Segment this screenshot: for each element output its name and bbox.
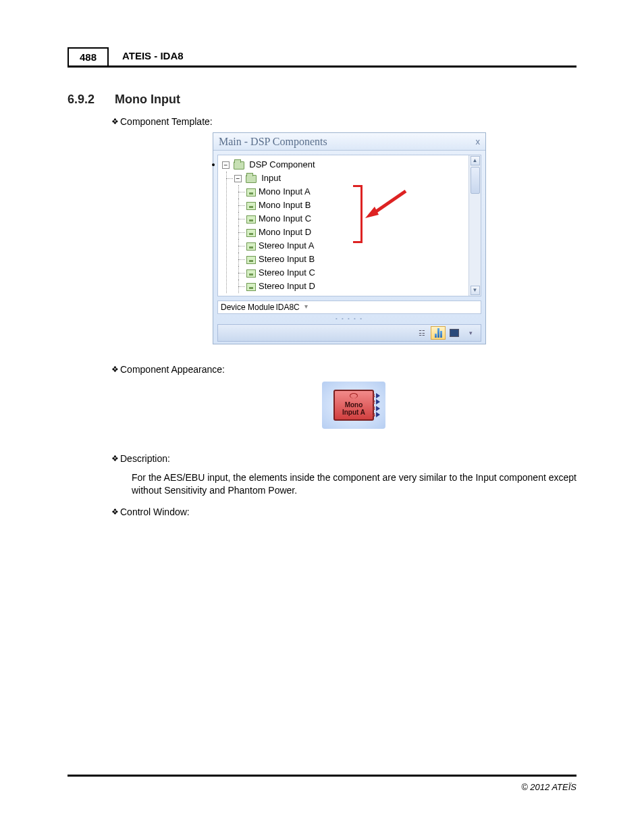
tree-root[interactable]: − DSP Component − Input Mono Input A Mon… bbox=[222, 158, 479, 293]
component-icon bbox=[246, 215, 256, 224]
tree-leaf[interactable]: Mono Input A bbox=[246, 185, 479, 199]
bullet-control-window: ❖Control Window: bbox=[111, 506, 190, 517]
tree-leaf-label: Mono Input C bbox=[259, 213, 311, 224]
page-number: 488 bbox=[68, 47, 109, 68]
component-label: Mono Input A bbox=[342, 401, 365, 416]
folder-icon bbox=[246, 175, 257, 183]
tree-leaf[interactable]: Stereo Input C bbox=[246, 266, 479, 280]
component-icon bbox=[246, 242, 256, 251]
tree-leaf-label: Mono Input B bbox=[259, 200, 311, 210]
pin-arrow-icon bbox=[376, 399, 380, 405]
bullet-appearance: ❖Component Appearance: bbox=[111, 364, 225, 375]
component-icon bbox=[246, 188, 256, 197]
tree-leaf-label: Stereo Input B bbox=[259, 254, 315, 264]
component-line2: Input A bbox=[342, 409, 365, 416]
scroll-up-icon[interactable]: ▲ bbox=[471, 156, 480, 165]
bullet-description: ❖Description: bbox=[111, 453, 170, 464]
tree-leaf-label: Mono Input A bbox=[259, 186, 311, 197]
component-icon bbox=[246, 229, 256, 237]
diamond-icon: ❖ bbox=[111, 454, 119, 463]
bullet-template-label: Component Template: bbox=[120, 116, 213, 127]
resize-grip-icon[interactable]: • • • • • bbox=[213, 315, 485, 321]
diamond-icon: ❖ bbox=[111, 507, 119, 517]
pin-arrow-icon bbox=[376, 412, 380, 417]
pin[interactable]: 4 bbox=[373, 412, 382, 417]
pin[interactable]: 2 bbox=[373, 399, 382, 405]
tree-leaf-label: Stereo Input C bbox=[259, 267, 315, 278]
folder-icon bbox=[234, 161, 244, 170]
footer-rule bbox=[68, 775, 576, 777]
expander-icon[interactable]: − bbox=[234, 175, 242, 182]
pin-label: 2 bbox=[373, 400, 375, 405]
panel-title: Main - DSP Components bbox=[219, 136, 327, 148]
component-view-icon[interactable] bbox=[447, 326, 462, 340]
scrollbar[interactable]: ▲ ▼ bbox=[468, 155, 481, 296]
dropdown-icon[interactable]: ▾ bbox=[463, 326, 478, 340]
pin-arrow-icon bbox=[376, 393, 380, 398]
component-icon bbox=[246, 202, 256, 210]
diamond-icon: ❖ bbox=[111, 365, 119, 374]
diamond-icon: ❖ bbox=[111, 117, 119, 126]
component-icon bbox=[246, 269, 256, 278]
component-logo-icon bbox=[350, 393, 358, 398]
component-icon bbox=[246, 283, 256, 291]
bullet-control-window-label: Control Window: bbox=[120, 506, 190, 517]
tree-leaf[interactable]: Stereo Input D bbox=[246, 280, 479, 293]
tree-leaf-label: Stereo Input D bbox=[259, 281, 315, 291]
highlight-bracket bbox=[353, 185, 363, 243]
output-pins: 1 2 3 4 bbox=[373, 392, 382, 418]
section-title: Mono Input bbox=[115, 93, 180, 106]
tree-view-icon[interactable]: ☷ bbox=[414, 326, 429, 340]
tree-branch-label: Input bbox=[261, 173, 281, 183]
component-line1: Mono bbox=[345, 401, 363, 409]
pin[interactable]: 3 bbox=[373, 406, 382, 411]
device-row: Device Module IDA8C bbox=[217, 301, 481, 314]
copyright: © 2012 ATEÏS bbox=[521, 782, 576, 792]
tree-leaf[interactable]: Mono Input B bbox=[246, 199, 479, 212]
doc-title: ATEIS - IDA8 bbox=[109, 47, 576, 68]
bullet-template: ❖Component Template: bbox=[111, 116, 213, 127]
tree-leaf[interactable]: Stereo Input B bbox=[246, 253, 479, 266]
expander-icon[interactable]: − bbox=[222, 161, 230, 169]
svg-marker-1 bbox=[365, 207, 379, 218]
bullet-description-label: Description: bbox=[120, 453, 170, 464]
panel-titlebar: Main - DSP Components x bbox=[213, 133, 485, 151]
arrow-icon bbox=[365, 188, 412, 221]
pin-label: 1 bbox=[373, 393, 375, 398]
component-tree[interactable]: − DSP Component − Input Mono Input A Mon… bbox=[219, 158, 479, 293]
tree-leaf[interactable]: Mono Input C bbox=[246, 212, 479, 226]
bullet-appearance-label: Component Appearance: bbox=[120, 364, 225, 375]
page-header: 488 ATEIS - IDA8 bbox=[68, 47, 576, 68]
description-body: For the AES/EBU input, the elements insi… bbox=[132, 471, 576, 497]
dsp-components-panel: Main - DSP Components x − DSP Component … bbox=[213, 132, 486, 344]
device-module-select[interactable]: IDA8C bbox=[275, 303, 308, 312]
pin-arrow-icon bbox=[376, 406, 380, 411]
bars-view-icon[interactable] bbox=[431, 326, 446, 340]
component-icon bbox=[246, 256, 256, 264]
tree-root-label: DSP Component bbox=[249, 159, 315, 170]
svg-line-0 bbox=[373, 191, 406, 213]
component-appearance-block: Mono Input A 1 2 3 4 bbox=[322, 382, 385, 429]
tree-leaf[interactable]: Mono Input D bbox=[246, 226, 479, 239]
section-number: 6.9.2 bbox=[68, 93, 111, 107]
scroll-down-icon[interactable]: ▼ bbox=[471, 286, 480, 295]
close-icon[interactable]: x bbox=[476, 136, 481, 147]
mono-input-component[interactable]: Mono Input A 1 2 3 4 bbox=[333, 390, 374, 421]
section-heading: 6.9.2 Mono Input bbox=[68, 93, 180, 107]
tree-leaf-label: Stereo Input A bbox=[259, 240, 314, 251]
panel-footer-toolbar: ☷ ▾ bbox=[217, 324, 481, 342]
pin[interactable]: 1 bbox=[373, 393, 382, 398]
device-module-label: Device Module bbox=[221, 303, 274, 312]
scroll-thumb[interactable] bbox=[471, 167, 480, 194]
tree-leaf-label: Mono Input D bbox=[259, 227, 311, 237]
pin-label: 4 bbox=[373, 413, 375, 417]
tree-leaf[interactable]: Stereo Input A bbox=[246, 239, 479, 253]
pin-label: 3 bbox=[373, 406, 375, 411]
tree-area: − DSP Component − Input Mono Input A Mon… bbox=[217, 155, 481, 296]
